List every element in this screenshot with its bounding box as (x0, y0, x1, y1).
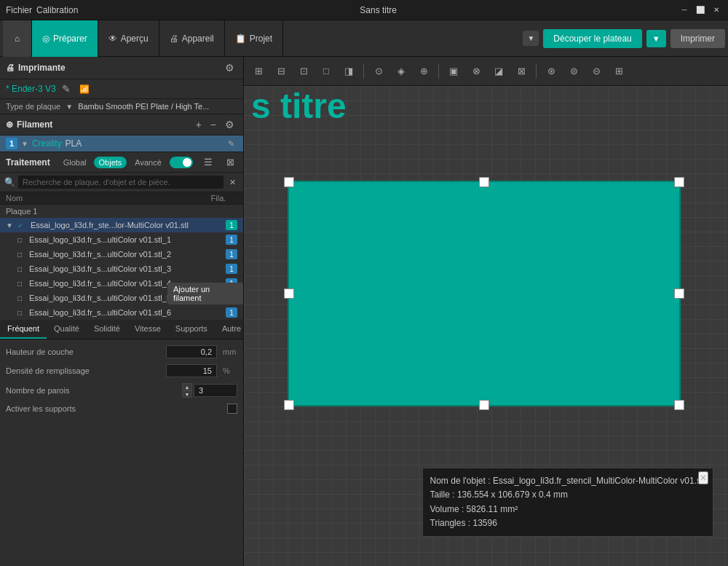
densite-remplissage-input[interactable] (166, 364, 217, 377)
list-item[interactable]: ▼ ✓ Essai_logo_li3d.fr_ste...lor-MultiCo… (0, 218, 243, 232)
avance-toggle[interactable] (170, 157, 193, 168)
handle-mid-right[interactable] (674, 288, 684, 299)
canvas-tool-7[interactable]: ◈ (391, 61, 411, 82)
handle-top-mid[interactable] (479, 177, 489, 187)
item-name-text: Essai_logo_li3d.fr_s...ultiColor v01.stl… (29, 264, 223, 273)
menu-calibration[interactable]: Calibration (36, 5, 78, 15)
tooltip-name-row: Nom de l'objet : Essai_logo_li3d.fr_sten… (430, 474, 705, 488)
canvas-tool-3[interactable]: ⊡ (293, 61, 314, 82)
tab-solidite[interactable]: Solidité (87, 320, 127, 339)
mode-objets-button[interactable]: Objets (94, 157, 127, 168)
handle-bottom-right[interactable] (674, 400, 684, 410)
tab-qualite[interactable]: Qualité (47, 320, 87, 339)
filament-icon: ⊛ (6, 119, 13, 130)
canvas-tool-15[interactable]: ⊝ (586, 61, 606, 82)
search-input[interactable] (18, 176, 223, 189)
printer-wifi-button[interactable]: 📶 (76, 84, 92, 95)
file-icon: □ (17, 251, 26, 259)
tooltip-name-value: Essai_logo_li3d.fr_stencil_MultiColor-Mu… (493, 476, 705, 486)
tab-preparer[interactable]: ◎ Préparer (32, 20, 98, 57)
stepper-down-button[interactable]: ▼ (182, 390, 192, 398)
nombre-parois-input[interactable] (194, 384, 237, 397)
filament-settings-button[interactable]: ⚙ (222, 118, 237, 131)
tab-projet[interactable]: 📋 Projet (225, 20, 283, 57)
mode-global-button[interactable]: Global (58, 157, 92, 168)
minimize-button[interactable]: ─ (678, 4, 690, 16)
canvas-tool-6[interactable]: ⊙ (368, 61, 389, 82)
filament-item-1[interactable]: 1 ▼ Creality PLA ✎ (0, 135, 243, 152)
handle-top-right[interactable] (674, 177, 684, 187)
imprimer-button[interactable]: Imprimer (670, 29, 725, 48)
list-item[interactable]: □ Essai_logo_li3d.fr_s...ultiColor v01.s… (0, 247, 243, 262)
preparer-icon: ◎ (42, 34, 50, 44)
3d-object[interactable] (288, 181, 681, 406)
canvas-tool-1[interactable]: ⊞ (248, 61, 269, 82)
tooltip-close-button[interactable]: ✕ (698, 471, 708, 484)
canvas-tool-12[interactable]: ⊠ (511, 61, 531, 82)
dropdown-arrow-left[interactable]: ▼ (523, 31, 539, 46)
canvas-tool-10[interactable]: ⊗ (466, 61, 486, 82)
check-icon: ✓ (17, 221, 28, 229)
canvas-tool-2[interactable]: ⊟ (271, 61, 291, 82)
mode-group: Global Objets (58, 157, 127, 168)
canvas-tool-5[interactable]: ◨ (339, 61, 359, 82)
canvas-tool-14[interactable]: ⊜ (563, 61, 584, 82)
decoupe-button[interactable]: Découper le plateau (543, 29, 641, 48)
tab-apercu[interactable]: 👁 Aperçu (98, 20, 159, 57)
stepper-up-button[interactable]: ▲ (182, 383, 192, 390)
canvas-tool-16[interactable]: ⊞ (609, 61, 629, 82)
canvas-tool-11[interactable]: ◪ (488, 61, 509, 82)
process-settings-button[interactable]: ⊠ (223, 156, 237, 168)
item-name-text: Essai_logo_li3d.fr_s...ultiColor v01.stl… (29, 308, 223, 317)
printer-name-row: * Ender-3 V3 ✎ 📶 (0, 79, 243, 99)
tooltip-volume-row: Volume : 5826.11 mm² (430, 503, 705, 516)
filament-add-button[interactable]: + (193, 118, 205, 131)
tab-appareil[interactable]: 🖨 Appareil (159, 20, 225, 57)
object-info-tooltip: ✕ Nom de l'objet : Essai_logo_li3d.fr_st… (422, 468, 713, 537)
tab-frequent[interactable]: Fréquent (0, 320, 47, 339)
handle-top-left[interactable] (284, 177, 294, 187)
printer-settings-button[interactable]: ⚙ (222, 61, 237, 74)
list-item[interactable]: □ Essai_logo_li3d.fr_s...ultiColor v01.s… (0, 262, 243, 276)
printer-edit-button[interactable]: ✎ (59, 82, 74, 95)
apercu-icon: 👁 (108, 34, 117, 44)
file-icon: □ (17, 265, 26, 273)
home-button[interactable]: ⌂ (3, 20, 32, 57)
activer-supports-checkbox[interactable] (227, 404, 237, 414)
projet-icon: 📋 (235, 34, 246, 44)
list-column-headers: Nom Fila. (0, 192, 243, 205)
plate-dropdown-arrow[interactable]: ▼ (66, 103, 73, 111)
main-layout: 🖨 Imprimante ⚙ * Ender-3 V3 ✎ 📶 Type de … (0, 57, 728, 566)
file-icon: □ (17, 309, 26, 317)
canvas-tool-9[interactable]: ▣ (443, 61, 464, 82)
filament-brand-text: Creality (32, 138, 62, 149)
handle-bottom-mid[interactable] (479, 400, 489, 410)
tab-vitesse[interactable]: Vitesse (127, 320, 168, 339)
plate-type-row: Type de plaque ▼ Bambu Smooth PEI Plate … (0, 99, 243, 114)
tooltip-taille-value: 136.554 x 106.679 x 0.4 mm (457, 490, 568, 500)
divider-1 (363, 64, 364, 79)
maximize-button[interactable]: ⬜ (695, 4, 706, 16)
item-badge: 1 (226, 220, 237, 230)
canvas-tool-8[interactable]: ⊕ (414, 61, 434, 82)
handle-bottom-left[interactable] (284, 400, 294, 410)
canvas-tool-13[interactable]: ⊛ (541, 61, 561, 82)
menu-fichier[interactable]: Fichier (6, 5, 32, 15)
close-button[interactable]: ✕ (711, 4, 722, 16)
tooltip-taille-row: Taille : 136.554 x 106.679 x 0.4 mm (430, 488, 705, 502)
handle-mid-left[interactable] (284, 288, 294, 299)
filament-section-header: ⊛ Filament + − ⚙ (0, 114, 243, 135)
process-list-view-button[interactable]: ☰ (201, 156, 215, 168)
hauteur-couche-input[interactable] (166, 345, 217, 358)
tab-supports[interactable]: Supports (168, 320, 215, 339)
search-clear-button[interactable]: ✕ (226, 177, 239, 188)
list-item[interactable]: □ Essai_logo_li3d.fr_s...ultiColor v01.s… (0, 232, 243, 247)
canvas-tool-4[interactable]: □ (316, 61, 336, 82)
item-badge: 1 (226, 264, 237, 274)
filament-expand-icon: ▼ (21, 140, 28, 148)
decoupe-dropdown-button[interactable]: ▼ (646, 30, 666, 47)
list-item[interactable]: □ Essai_logo_li3d.fr_s...ultiColor v01.s… (0, 305, 243, 320)
filament-edit-button[interactable]: ✎ (225, 138, 237, 149)
tooltip-name-label: Nom de l'objet : (430, 476, 491, 486)
filament-remove-button[interactable]: − (207, 118, 219, 131)
